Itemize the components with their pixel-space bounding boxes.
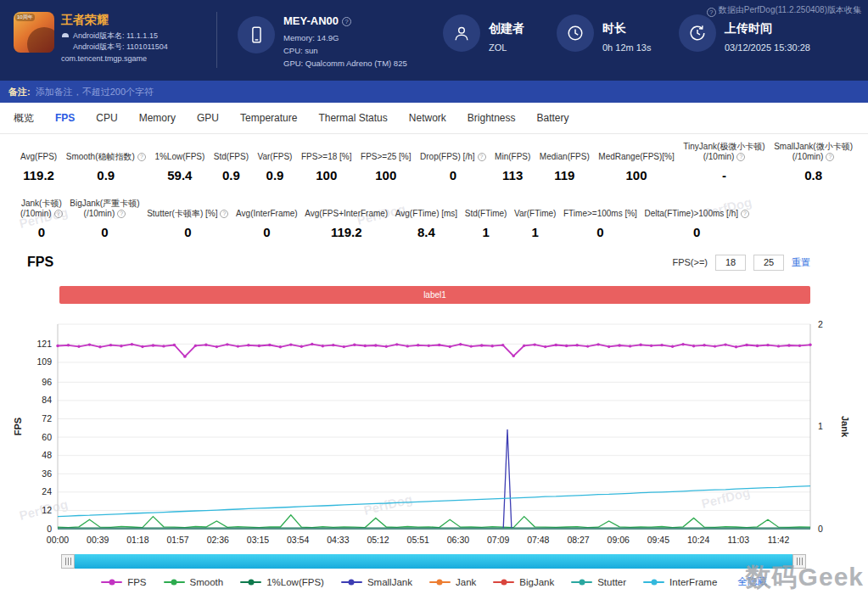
stat-value: 113 bbox=[502, 168, 523, 182]
tab-battery[interactable]: Battery bbox=[537, 112, 569, 124]
stat-label: Std(FPS) bbox=[214, 141, 249, 162]
tab-gpu[interactable]: GPU bbox=[197, 112, 219, 124]
legend-stutter[interactable]: Stutter bbox=[571, 577, 626, 587]
legend-fps[interactable]: FPS bbox=[101, 577, 146, 587]
info-icon: ? bbox=[707, 8, 716, 17]
header-divider bbox=[216, 12, 217, 68]
hide-all-link[interactable]: 全隐藏 bbox=[737, 575, 767, 588]
creator-block: 创建者 ZOL bbox=[489, 21, 524, 53]
y-tick-label: 96 bbox=[42, 377, 52, 387]
stat-smalljank: SmallJank(微小卡顿)(/10min)?0.8 bbox=[774, 141, 853, 182]
device-name: MEY-AN00? bbox=[283, 14, 351, 27]
x-tick-label: 11:42 bbox=[768, 535, 790, 545]
stat-value: 0 bbox=[38, 225, 45, 239]
stat-label: Avg(FPS) bbox=[20, 141, 57, 162]
y-axis-title: FPS bbox=[13, 418, 23, 435]
creator-value: ZOL bbox=[489, 42, 524, 53]
legend-label: Stutter bbox=[597, 577, 626, 587]
stat-std-ftime: Std(FTime)1 bbox=[465, 198, 507, 239]
stat-value: 119.2 bbox=[331, 225, 362, 239]
legend-marker-icon bbox=[101, 581, 122, 583]
device-memory: Memory: 14.9G bbox=[283, 31, 407, 44]
tab-temperature[interactable]: Temperature bbox=[240, 112, 297, 124]
stats-row-2: Jank(卡顿)(/10min)?0BigJank(严重卡顿)(/10min)?… bbox=[20, 198, 749, 239]
device-gpu: GPU: Qualcomm Adreno (TM) 825 bbox=[283, 57, 407, 70]
remark-placeholder: 添加备注，不超过200个字符 bbox=[36, 86, 154, 98]
stat-label: Avg(InterFrame) bbox=[236, 198, 298, 219]
tab-network[interactable]: Network bbox=[409, 112, 446, 124]
info-icon[interactable]: ? bbox=[137, 153, 146, 161]
scrollbar-right-handle[interactable] bbox=[792, 554, 806, 569]
legend-jank[interactable]: Jank bbox=[429, 577, 476, 587]
remark-label: 备注: bbox=[8, 86, 31, 98]
fps-min-input[interactable] bbox=[715, 255, 746, 271]
stat-delta-ftime: Delta(FTime)>100ms [/h]?0 bbox=[645, 198, 750, 239]
info-icon[interactable]: ? bbox=[741, 210, 749, 218]
scrollbar-track[interactable] bbox=[75, 554, 792, 569]
info-icon[interactable]: ? bbox=[220, 210, 228, 218]
stat-label: Min(FPS) bbox=[495, 141, 530, 162]
game-icon: 10周年 bbox=[14, 12, 54, 53]
x-tick-label: 06:30 bbox=[447, 535, 469, 545]
legend-marker-icon bbox=[240, 581, 261, 583]
stat-value: 100 bbox=[626, 168, 647, 182]
stat-stutter: Stutter(卡顿率) [%]?0 bbox=[147, 198, 228, 239]
tab-cpu[interactable]: CPU bbox=[96, 112, 117, 124]
tab-memory[interactable]: Memory bbox=[139, 112, 176, 124]
stat-low1-fps: 1%Low(FPS)59.4 bbox=[154, 141, 204, 182]
stat-label: FTime>=100ms [%] bbox=[563, 198, 637, 219]
stat-value: 0 bbox=[184, 225, 191, 239]
y2-tick-label: 0 bbox=[818, 524, 823, 534]
stat-label: Median(FPS) bbox=[540, 141, 590, 162]
tab-brightness[interactable]: Brightness bbox=[468, 112, 516, 124]
info-icon[interactable]: ? bbox=[736, 153, 745, 161]
y-tick-label: 121 bbox=[36, 339, 52, 349]
legend-label: Jank bbox=[456, 577, 476, 587]
info-icon[interactable]: ? bbox=[826, 153, 834, 161]
legend-smalljank[interactable]: SmallJank bbox=[341, 577, 412, 587]
stat-label: 1%Low(FPS) bbox=[154, 141, 204, 162]
reset-button[interactable]: 重置 bbox=[792, 256, 810, 269]
legend-1-low-fps-[interactable]: 1%Low(FPS) bbox=[240, 577, 324, 587]
legend-marker-icon bbox=[571, 581, 592, 583]
stat-drop-fps: Drop(FPS) [/h]?0 bbox=[420, 141, 485, 182]
y-tick-label: 60 bbox=[42, 432, 52, 442]
x-tick-label: 10:24 bbox=[687, 535, 709, 545]
legend-marker-icon bbox=[341, 581, 362, 583]
x-tick-label: 05:12 bbox=[367, 535, 389, 545]
fps-filter-label: FPS(>=) bbox=[672, 257, 708, 267]
legend-bigjank[interactable]: BigJank bbox=[493, 577, 554, 587]
info-icon[interactable]: ? bbox=[117, 210, 126, 218]
stat-value: 0 bbox=[263, 225, 270, 239]
legend-label: BigJank bbox=[519, 577, 554, 587]
stat-value: 0.9 bbox=[222, 168, 240, 182]
stat-label: Jank(卡顿)(/10min)? bbox=[20, 198, 63, 219]
y-tick-label: 36 bbox=[42, 468, 52, 479]
upload-value: 03/12/2025 15:30:28 bbox=[725, 42, 810, 53]
remark-bar[interactable]: 备注: 添加备注，不超过200个字符 bbox=[0, 81, 868, 103]
fps-max-input[interactable] bbox=[753, 255, 784, 271]
fps-chart-canvas[interactable]: 01224364860728496109121012FPSJank00:0000… bbox=[0, 316, 868, 552]
game-title: 王者荣耀 bbox=[61, 13, 109, 28]
legend-marker-icon bbox=[164, 581, 185, 583]
stat-value: 8.4 bbox=[417, 225, 435, 239]
info-icon[interactable]: ? bbox=[54, 210, 63, 218]
tab-thermal-status[interactable]: Thermal Status bbox=[318, 112, 387, 124]
legend-marker-icon bbox=[429, 581, 451, 583]
tab-概览[interactable]: 概览 bbox=[14, 111, 34, 126]
x-tick-label: 05:51 bbox=[407, 535, 429, 545]
chart-label-banner[interactable]: label1 bbox=[59, 286, 810, 304]
legend-marker-icon bbox=[643, 581, 664, 583]
duration-value: 0h 12m 13s bbox=[602, 42, 651, 53]
stat-value: - bbox=[722, 168, 726, 182]
legend-interframe[interactable]: InterFrame bbox=[643, 577, 717, 587]
stat-label: Delta(FTime)>100ms [/h]? bbox=[645, 198, 750, 219]
scrollbar-left-handle[interactable] bbox=[61, 554, 75, 569]
tab-fps[interactable]: FPS bbox=[55, 112, 75, 124]
stat-smooth: Smooth(稳帧指数)?0.9 bbox=[66, 141, 146, 182]
legend-smooth[interactable]: Smooth bbox=[164, 577, 224, 587]
info-icon[interactable]: ? bbox=[478, 153, 486, 161]
stat-fps-ge-18: FPS>=18 [%]100 bbox=[301, 141, 351, 182]
header: ?数据由PerfDog(11.2.250408)版本收集 10周年 王者荣耀 A… bbox=[0, 0, 868, 81]
stat-label: Std(FTime) bbox=[465, 198, 507, 219]
